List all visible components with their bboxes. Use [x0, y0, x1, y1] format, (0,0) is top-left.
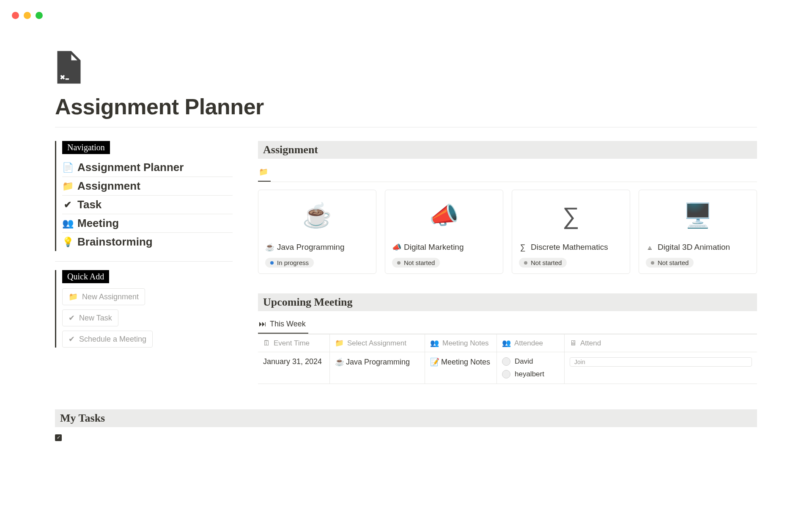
- card-title: Digital Marketing: [404, 243, 464, 252]
- page-share-icon: 📄: [62, 162, 73, 173]
- sidebar-item-label: Task: [77, 198, 102, 211]
- navigation-label: Navigation: [62, 141, 110, 154]
- window-traffic-lights: [12, 12, 43, 19]
- coffee-icon: ☕: [335, 357, 343, 367]
- assignment-card-3d[interactable]: 🖥️ ⟁ Digital 3D Animation Not started: [639, 190, 757, 274]
- formula-icon: ∑: [562, 202, 579, 229]
- tab-this-week[interactable]: ⏭ This Week: [258, 317, 308, 334]
- cell-event-time: January 31, 2024: [258, 352, 330, 384]
- assignment-card-marketing[interactable]: 📣 📣 Digital Marketing Not started: [385, 190, 503, 274]
- card-thumbnail: ∑: [512, 190, 630, 241]
- quick-item-label: Schedule a Meeting: [79, 335, 146, 344]
- card-title: Digital 3D Animation: [658, 243, 730, 252]
- card-thumbnail: 📣: [385, 190, 503, 241]
- quick-item-label: New Task: [79, 314, 112, 323]
- formula-icon: ∑: [519, 243, 527, 252]
- minimize-window-dot[interactable]: [24, 12, 31, 19]
- card-thumbnail: 🖥️: [639, 190, 757, 241]
- close-window-dot[interactable]: [12, 12, 19, 19]
- people-icon: 👥: [502, 339, 511, 348]
- card-thumbnail: ☕: [258, 190, 376, 241]
- bulb-share-icon: 💡: [62, 237, 73, 248]
- column-select-assignment[interactable]: 📁Select Assignment: [330, 334, 425, 352]
- attendee[interactable]: David: [502, 357, 559, 366]
- column-attend[interactable]: 🖥Attend: [565, 334, 757, 352]
- new-assignment-button[interactable]: 📁 New Assignment: [62, 288, 145, 305]
- svg-rect-1: [66, 78, 69, 80]
- folder-icon: 📁: [259, 167, 268, 177]
- cube-icon: ⟁: [646, 243, 653, 252]
- sidebar-item-brainstorming[interactable]: 💡 Brainstorming: [62, 233, 233, 251]
- screen-icon: 🖥: [570, 339, 577, 348]
- calendar-icon: 🗓: [263, 339, 270, 348]
- maximize-window-dot[interactable]: [36, 12, 43, 19]
- folder-icon: 📁: [69, 292, 78, 301]
- avatar: [502, 357, 510, 366]
- column-event-time[interactable]: 🗓Event Time: [258, 334, 330, 352]
- cell-attendees: David heyalbert: [497, 352, 565, 384]
- divider: [55, 261, 233, 262]
- checkbox-icon[interactable]: ✓: [55, 434, 62, 441]
- assignment-gallery-tab[interactable]: 📁: [258, 165, 271, 182]
- status-badge: Not started: [519, 258, 567, 268]
- coffee-icon: ☕: [265, 243, 273, 252]
- table-row[interactable]: January 31, 2024 ☕Java Programming 📝Meet…: [258, 352, 757, 384]
- assignment-card-math[interactable]: ∑ ∑ Discrete Mathematics Not started: [512, 190, 630, 274]
- cell-attend: Join: [565, 352, 757, 384]
- check-circle-icon: ✔: [69, 313, 75, 323]
- sidebar-item-assignment[interactable]: 📁 Assignment: [62, 177, 233, 196]
- people-icon: 👥: [430, 339, 439, 348]
- cell-notes[interactable]: 📝Meeting Notes: [425, 352, 497, 384]
- status-badge: Not started: [392, 258, 440, 268]
- card-title: Discrete Mathematics: [531, 243, 608, 252]
- column-meeting-notes[interactable]: 👥Meeting Notes: [425, 334, 497, 352]
- cube-icon: 🖥️: [683, 202, 713, 229]
- assignment-section-header: Assignment: [258, 141, 757, 159]
- folder-share-icon: 📁: [62, 181, 73, 192]
- fast-forward-icon: ⏭: [259, 320, 266, 329]
- status-badge: Not started: [646, 258, 694, 268]
- cell-assignment[interactable]: ☕Java Programming: [330, 352, 425, 384]
- column-attendee[interactable]: 👥Attendee: [497, 334, 565, 352]
- divider: [55, 127, 757, 127]
- megaphone-icon: 📣: [392, 243, 400, 252]
- people-share-icon: 👥: [62, 218, 73, 229]
- check-share-icon: ✔: [62, 199, 73, 210]
- sidebar-item-meeting[interactable]: 👥 Meeting: [62, 214, 233, 233]
- sidebar-item-assignment-planner[interactable]: 📄 Assignment Planner: [62, 158, 233, 177]
- table-header-row: 🗓Event Time 📁Select Assignment 👥Meeting …: [258, 334, 757, 352]
- page-icon[interactable]: [55, 51, 757, 86]
- notes-icon: 📝: [430, 357, 438, 367]
- schedule-meeting-button[interactable]: ✔ Schedule a Meeting: [62, 331, 153, 348]
- sidebar-item-label: Brainstorming: [77, 235, 153, 248]
- sidebar-item-label: Meeting: [77, 217, 119, 230]
- folder-icon: 📁: [335, 339, 344, 348]
- tab-label: This Week: [270, 320, 306, 329]
- status-badge: In progress: [265, 258, 314, 268]
- avatar: [502, 370, 510, 378]
- meeting-section-header: Upcoming Meeting: [258, 293, 757, 311]
- sidebar-item-label: Assignment Planner: [77, 161, 184, 174]
- new-task-button[interactable]: ✔ New Task: [62, 309, 118, 326]
- sidebar-item-label: Assignment: [77, 179, 140, 193]
- java-icon: ☕: [302, 202, 332, 229]
- quick-add-label: Quick Add: [62, 270, 109, 283]
- quick-item-label: New Assignment: [82, 293, 139, 301]
- sidebar-item-task[interactable]: ✔ Task: [62, 196, 233, 214]
- join-button[interactable]: Join: [570, 357, 752, 367]
- megaphone-icon: 📣: [429, 202, 459, 229]
- check-circle-icon: ✔: [69, 334, 75, 344]
- my-tasks-section-header: My Tasks: [55, 409, 757, 427]
- card-title: Java Programming: [277, 243, 344, 252]
- attendee[interactable]: heyalbert: [502, 370, 559, 378]
- page-title: Assignment Planner: [55, 94, 757, 119]
- assignment-card-java[interactable]: ☕ ☕ Java Programming In progress: [258, 190, 376, 274]
